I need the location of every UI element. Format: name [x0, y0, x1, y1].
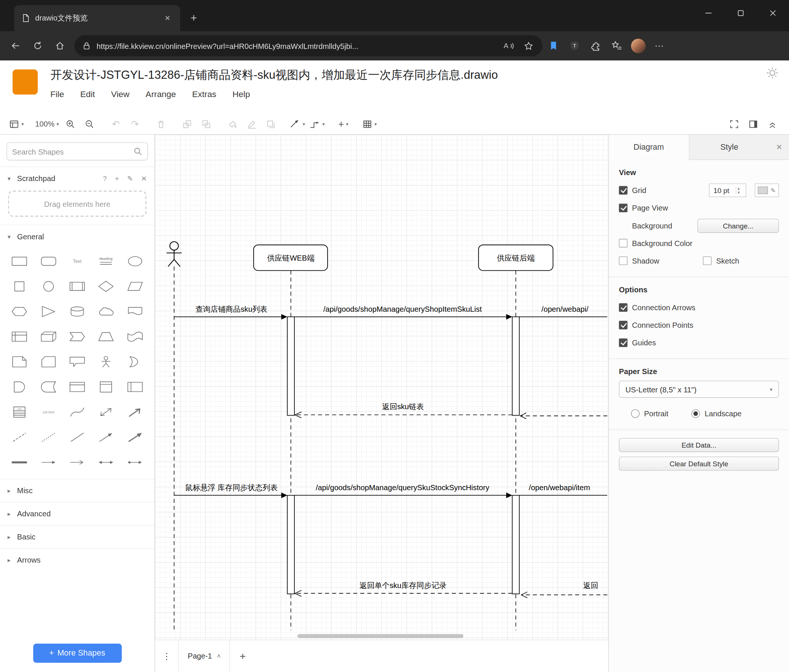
shape-cloud[interactable]	[91, 301, 120, 322]
shape-heading[interactable]: Heading	[91, 251, 120, 271]
clear-default-style-button[interactable]: Clear Default Style	[619, 457, 779, 471]
landscape-radio[interactable]	[692, 409, 700, 418]
change-background-button[interactable]: Change...	[698, 218, 779, 232]
shape-bidirectional-arrow[interactable]	[91, 402, 120, 422]
shape-or[interactable]	[121, 352, 149, 372]
shape-ellipse[interactable]	[121, 251, 149, 271]
profile-avatar[interactable]	[628, 36, 648, 56]
shape-internal-storage[interactable]	[5, 326, 34, 347]
browser-menu-icon[interactable]: ⋯	[649, 36, 669, 56]
shape-vertical-container[interactable]	[91, 377, 120, 397]
shape-link[interactable]	[5, 452, 34, 473]
search-icon[interactable]	[133, 147, 142, 156]
shape-horizontal-container[interactable]	[121, 377, 149, 397]
line-color-button[interactable]	[242, 116, 261, 132]
section-misc[interactable]: ▸ Misc	[0, 479, 155, 502]
menu-edit[interactable]: Edit	[80, 89, 95, 100]
home-button[interactable]	[50, 36, 70, 56]
return-messages[interactable]	[295, 412, 607, 598]
shape-triangle[interactable]	[34, 301, 63, 322]
shape-parallelogram[interactable]	[121, 276, 149, 296]
favorites-bar-icon[interactable]	[607, 36, 627, 56]
format-panel-toggle-button[interactable]	[744, 116, 763, 132]
shape-arrow[interactable]	[34, 452, 63, 473]
shape-arrow-ne-2[interactable]	[121, 427, 149, 447]
section-arrows[interactable]: ▸ Arrows	[0, 548, 155, 571]
shape-diamond[interactable]	[91, 276, 120, 296]
scratchpad-header[interactable]: ▾ Scratchpad ? + ✎ ✕	[0, 167, 155, 189]
grid-checkbox[interactable]	[619, 186, 628, 194]
shape-double-arrow[interactable]	[91, 452, 120, 473]
shape-text[interactable]: Text	[63, 251, 91, 271]
shape-hexagon[interactable]	[5, 301, 34, 322]
connection-points-checkbox[interactable]	[619, 321, 628, 329]
split-screen-icon[interactable]	[543, 36, 564, 56]
portrait-radio[interactable]	[631, 409, 640, 418]
guides-checkbox[interactable]	[619, 338, 628, 347]
shape-arrow-ne[interactable]	[91, 427, 120, 447]
table-button[interactable]: ▾	[360, 116, 379, 132]
refresh-button[interactable]	[27, 36, 49, 56]
scratchpad-drop-area[interactable]: Drag elements here	[8, 190, 147, 217]
participant-web[interactable]: 供应链WEB端	[254, 245, 327, 271]
address-bar[interactable]: https://file.kkview.cn/onlinePreview?url…	[74, 35, 542, 56]
window-minimize-button[interactable]	[692, 0, 724, 26]
sketch-checkbox[interactable]	[703, 256, 712, 265]
shape-dashed-line[interactable]	[5, 427, 34, 447]
tab-style[interactable]: Style	[689, 135, 770, 159]
shadow-button[interactable]	[262, 116, 281, 132]
canvas-horizontal-scrollbar[interactable]	[297, 634, 463, 638]
scratchpad-add-icon[interactable]: +	[115, 174, 119, 183]
window-close-button[interactable]	[757, 0, 789, 26]
page-view-button[interactable]: ▾	[7, 116, 26, 132]
shape-list-item[interactable]: List Item	[34, 402, 63, 422]
shape-container[interactable]	[63, 377, 91, 397]
shape-simple-arrow[interactable]	[63, 452, 91, 473]
search-input[interactable]	[12, 147, 133, 156]
shape-connector-arrow[interactable]	[121, 452, 149, 473]
shape-tape[interactable]	[121, 326, 149, 347]
read-aloud-icon[interactable]: A	[502, 36, 516, 56]
shape-circle[interactable]	[34, 276, 63, 296]
to-front-button[interactable]	[178, 116, 197, 132]
new-tab-button[interactable]: +	[185, 10, 203, 27]
grid-color-button[interactable]: ✎	[755, 184, 779, 197]
menu-help[interactable]: Help	[232, 89, 250, 100]
actor-figure[interactable]	[167, 242, 182, 267]
shape-square[interactable]	[5, 276, 34, 296]
scratchpad-help-icon[interactable]: ?	[103, 174, 107, 183]
tab-close-icon[interactable]: ✕	[162, 13, 173, 24]
grid-size-input[interactable]	[714, 186, 736, 194]
shape-data-storage[interactable]	[34, 377, 63, 397]
undo-button[interactable]: ↶	[107, 116, 126, 132]
shape-list[interactable]: List	[5, 402, 34, 422]
shape-rounded-rectangle[interactable]	[34, 251, 63, 271]
background-color-checkbox[interactable]	[619, 239, 628, 247]
shape-actor[interactable]	[91, 352, 120, 372]
shape-callout[interactable]	[63, 352, 91, 372]
shape-process[interactable]	[63, 276, 91, 296]
shape-line[interactable]	[63, 427, 91, 447]
shape-block-arrow[interactable]	[121, 402, 149, 422]
drawing-canvas[interactable]: 供应链WEB端 供应链后端	[155, 135, 609, 640]
add-page-button[interactable]: +	[230, 640, 255, 672]
paper-size-select[interactable]: US-Letter (8,5" x 11") ▾	[619, 381, 779, 398]
fullscreen-button[interactable]	[725, 116, 744, 132]
shape-dotted-line[interactable]	[34, 427, 63, 447]
section-basic[interactable]: ▸ Basic	[0, 525, 155, 548]
shape-document[interactable]	[121, 301, 149, 322]
extensions-puzzle-icon[interactable]	[586, 36, 606, 56]
redo-button[interactable]: ↷	[126, 116, 145, 132]
shape-trapezoid[interactable]	[91, 326, 120, 347]
collapse-button[interactable]	[763, 116, 782, 132]
shape-step[interactable]	[63, 326, 91, 347]
section-advanced[interactable]: ▸ Advanced	[0, 502, 155, 525]
menu-extras[interactable]: Extras	[192, 89, 216, 100]
grid-size-stepper[interactable]: ▴▾	[736, 187, 739, 194]
connection-arrows-checkbox[interactable]	[619, 303, 628, 312]
zoom-in-button[interactable]	[61, 116, 80, 132]
window-maximize-button[interactable]	[725, 0, 757, 26]
page-tab[interactable]: Page-1 ˄	[178, 640, 230, 672]
zoom-out-button[interactable]	[80, 116, 99, 132]
shape-card[interactable]	[34, 352, 63, 372]
